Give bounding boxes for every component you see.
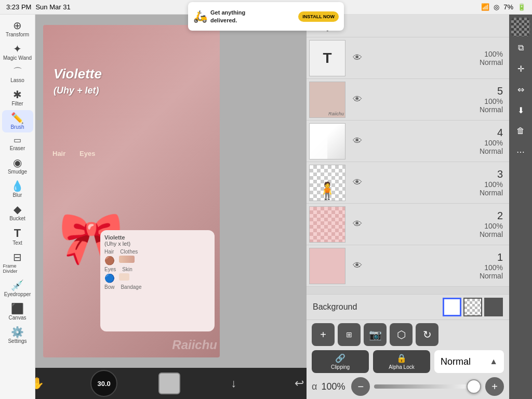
copy-paste-icon: ⧉ [518, 43, 524, 52]
tool-magic-wand[interactable]: ✦ Magic Wand [2, 41, 33, 63]
tool-smudge-label: Smudge [8, 169, 27, 175]
layer-eye-5[interactable]: 👁 [348, 94, 367, 105]
layer-item-5[interactable]: Raiichu 👁 5 100% Normal [307, 79, 509, 121]
canvas-eyes-label: Eyes [79, 150, 95, 157]
tool-canvas[interactable]: ⬛ Canvas [2, 301, 33, 323]
tool-lasso[interactable]: ⌒ Lasso [2, 64, 33, 86]
refresh-icon: ↻ [423, 328, 432, 341]
alpha-slider[interactable] [374, 384, 481, 389]
layer-item-4[interactable]: 👁 4 100% Normal [307, 121, 509, 162]
alpha-lock-button[interactable]: 🔒 Alpha Lock [373, 350, 430, 373]
lasso-icon: ⌒ [13, 67, 22, 76]
layer-item-3[interactable]: 🧍 👁 3 100% Normal [307, 162, 509, 204]
tool-bucket[interactable]: ◆ Bucket [2, 202, 33, 224]
camera-button[interactable]: 📷 [364, 323, 387, 346]
bg-swatch-dark[interactable] [484, 298, 503, 316]
checker-pattern-button[interactable] [511, 18, 530, 36]
tool-lasso-label: Lasso [10, 77, 24, 83]
tool-eyedropper[interactable]: 💉 Eyedropper [2, 277, 33, 300]
battery-icon: 🔋 [517, 3, 526, 11]
add-group-button[interactable]: ⊞ [338, 323, 361, 346]
layer-eye-2[interactable]: 👁 [348, 219, 367, 230]
tool-bucket-label: Bucket [9, 216, 25, 221]
battery: 7% [503, 3, 513, 11]
layer-panel: Layer T 👁 100% Normal Raiichu 👁 5 10 [307, 15, 509, 399]
tool-blur[interactable]: 💧 Blur [2, 178, 33, 201]
bg-swatch-checker[interactable] [463, 298, 482, 316]
clipping-label: Clipping [331, 364, 350, 370]
move-icon: ✛ [517, 64, 524, 74]
location-icon: ◎ [494, 3, 499, 11]
tool-filter[interactable]: ✱ Filter [2, 87, 33, 109]
tool-canvas-label: Canvas [9, 315, 26, 321]
move-button[interactable]: ✛ [511, 59, 530, 78]
layer-eye-1[interactable]: 👁 [348, 260, 367, 271]
tool-magic-wand-label: Magic Wand [3, 55, 32, 61]
tool-eyedropper-label: Eyedropper [4, 291, 31, 297]
background-row: Background [307, 294, 509, 320]
layer-opacity-3: 100% [484, 180, 503, 189]
layer-eye-top[interactable]: 👁 [348, 52, 367, 63]
layer-item-top[interactable]: T 👁 100% Normal [307, 37, 509, 79]
tool-frame-divider[interactable]: ⊟ Frame Divider [2, 249, 33, 276]
layer-number-1: 1 [497, 251, 503, 263]
clipping-button[interactable]: 🔗 Clipping [312, 350, 369, 373]
layer-info-4: 4 100% Normal [367, 127, 509, 155]
alpha-handle[interactable] [467, 379, 481, 394]
tool-text[interactable]: T Text [2, 225, 33, 248]
layer-info-3: 3 100% Normal [367, 168, 509, 197]
layer-blend-3: Normal [480, 189, 503, 197]
layer-info-5: 5 100% Normal [367, 85, 509, 114]
blend-mode-select[interactable]: Normal ▲ [434, 350, 504, 373]
alpha-label: α [312, 381, 317, 392]
tool-transform[interactable]: ⊕ Transform [2, 18, 33, 40]
flip-button[interactable]: ⇔ [511, 80, 530, 99]
right-toolbar: ⧉ ✛ ⇔ ⬇ 🗑 ⋯ [509, 15, 532, 399]
bg-swatch-white[interactable] [443, 298, 461, 316]
layer-item-2[interactable]: 👁 2 100% Normal [307, 204, 509, 245]
layer-eye-4[interactable]: 👁 [348, 136, 367, 147]
brush-size-value: 30.0 [97, 380, 110, 388]
canvas-icon: ⬛ [11, 303, 24, 314]
tool-settings-label: Settings [8, 338, 26, 344]
add-layer-button[interactable]: + [312, 323, 335, 346]
canvas-title: Violette(Uhy + let) [54, 66, 102, 96]
layer-info-2: 2 100% Normal [367, 210, 509, 238]
alpha-decrease-button[interactable]: − [351, 377, 370, 396]
layer-blend-4: Normal [480, 147, 503, 155]
layer-thumb-top: T [309, 40, 345, 76]
delete-button[interactable]: 🗑 [511, 122, 530, 140]
download-button[interactable]: ⬇ [511, 101, 530, 119]
status-right: 📶 ◎ 7% 🔋 [481, 3, 526, 11]
blur-icon: 💧 [11, 181, 24, 191]
color-swatch-button[interactable] [158, 373, 180, 394]
blend-mode-value: Normal [441, 356, 471, 367]
tool-blur-label: Blur [13, 192, 22, 198]
layer-opacity-5: 100% [484, 97, 503, 105]
layer-eye-3[interactable]: 👁 [348, 177, 367, 188]
tool-eraser[interactable]: ▭ Eraser [2, 134, 33, 154]
transform-icon: ⊕ [13, 20, 22, 31]
reference-button[interactable]: ⬡ [390, 323, 413, 346]
ad-install-button[interactable]: INSTALL NOW [298, 11, 339, 22]
down-button[interactable]: ↓ [221, 371, 246, 396]
layer-blend-1: Normal [480, 272, 503, 280]
brush-size-button[interactable]: 30.0 [90, 370, 117, 397]
add-icon: + [320, 329, 326, 341]
alpha-lock-icon: 🔒 [396, 353, 407, 363]
refresh-button[interactable]: ↻ [416, 323, 438, 346]
text-icon: T [14, 228, 21, 239]
layer-thumb-1 [309, 248, 345, 284]
alpha-increase-button[interactable]: + [485, 377, 504, 396]
tool-settings[interactable]: ⚙️ Settings [2, 324, 33, 347]
layer-item-1[interactable]: 👁 1 100% Normal [307, 245, 509, 287]
ad-icon: 🛵 [193, 10, 207, 23]
layer-thumb-3: 🧍 [309, 165, 345, 201]
down-icon: ↓ [231, 377, 236, 390]
bucket-icon: ◆ [14, 204, 21, 215]
more-options-button[interactable]: ⋯ [511, 142, 530, 161]
copy-paste-button[interactable]: ⧉ [511, 38, 530, 57]
tool-smudge[interactable]: ◉ Smudge [2, 155, 33, 177]
tool-brush[interactable]: ✏️ Brush [2, 110, 33, 132]
ad-banner[interactable]: 🛵 Get anythingdelivered. INSTALL NOW [188, 2, 344, 31]
